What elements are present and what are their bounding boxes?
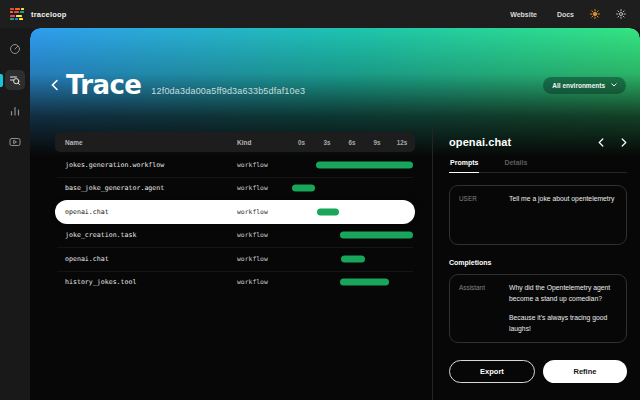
sidebar-nav	[0, 28, 30, 400]
video-icon	[9, 136, 21, 148]
timeline-ticks: 0s3s6s9s12s	[285, 132, 415, 152]
span-name: history_jokes.tool	[55, 278, 230, 286]
page-title: Trace	[66, 72, 141, 98]
bar-chart-icon	[9, 105, 21, 117]
sun-icon[interactable]	[590, 9, 600, 19]
trace-header: Trace 12f0da3da00a5ff9d3a633b5dfaf10e3 A…	[51, 72, 626, 98]
completion-paragraph: Why did the Opentelemetry agent become a…	[509, 283, 617, 304]
tab-details[interactable]: Details	[503, 159, 528, 172]
chevron-left-icon	[51, 79, 59, 91]
message-role: USER	[459, 194, 509, 236]
span-kind-badge: workflow	[230, 278, 285, 286]
span-duration-bar	[340, 232, 413, 239]
traceloop-logo-icon	[10, 8, 24, 21]
sidebar-item-demo[interactable]	[5, 132, 25, 152]
environment-selector[interactable]: All environments	[543, 77, 626, 94]
back-button[interactable]	[51, 79, 59, 91]
trace-id: 12f0da3da00a5ff9d3a633b5dfaf10e3	[151, 86, 305, 96]
span-row[interactable]: base_joke_generator.agentworkflow	[55, 177, 415, 201]
span-duration-bar	[341, 255, 365, 262]
panel-footer: Export Refine	[449, 360, 627, 383]
prev-span-button[interactable]	[598, 138, 604, 147]
time-tick: 12s	[397, 139, 408, 146]
message-role: Assistant	[459, 283, 509, 334]
chevron-down-icon	[611, 83, 617, 87]
time-tick: 9s	[374, 139, 381, 146]
span-kind-badge: workflow	[230, 184, 285, 192]
span-name: openai.chat	[55, 255, 230, 263]
completion-message: Assistant Why did the Opentelemetry agen…	[449, 274, 627, 343]
message-text: Why did the Opentelemetry agent become a…	[509, 283, 617, 334]
span-row[interactable]: openai.chatworkflow	[55, 247, 415, 271]
sidebar-item-traces[interactable]	[5, 70, 25, 90]
main-content: Trace 12f0da3da00a5ff9d3a633b5dfaf10e3 A…	[30, 28, 640, 400]
span-duration-bar	[316, 161, 413, 168]
span-row[interactable]: openai.chatworkflow	[55, 200, 415, 224]
panel-tabs: Prompts Details	[449, 159, 627, 173]
website-link[interactable]: Website	[510, 11, 537, 18]
completion-paragraph: Because it's always tracing good laughs!	[509, 313, 617, 334]
span-timeline-cell	[285, 224, 415, 248]
gear-icon[interactable]	[616, 9, 626, 19]
panel-title-row: openai.chat	[449, 136, 627, 148]
sidebar-item-dashboard[interactable]	[5, 39, 25, 59]
chevron-left-icon	[598, 138, 604, 147]
span-name: jokes.generation.workflow	[55, 161, 230, 169]
trace-search-icon	[9, 74, 21, 86]
tab-prompts[interactable]: Prompts	[449, 159, 479, 173]
span-name: openai.chat	[55, 208, 230, 216]
span-row[interactable]: joke_creation.taskworkflow	[55, 224, 415, 248]
span-row[interactable]: history_jokes.toolworkflow	[55, 271, 415, 295]
span-duration-bar	[317, 208, 339, 215]
time-tick: 0s	[298, 139, 305, 146]
sidebar-item-metrics[interactable]	[5, 101, 25, 121]
span-kind-badge: workflow	[230, 255, 285, 263]
next-span-button[interactable]	[621, 138, 627, 147]
span-name: joke_creation.task	[55, 231, 230, 239]
span-table-body: jokes.generation.workflowworkflowbase_jo…	[55, 153, 415, 294]
panel-nav-arrows	[598, 138, 627, 147]
span-timeline-cell	[285, 200, 415, 224]
column-header-kind: Kind	[230, 139, 285, 146]
span-timeline-cell	[285, 153, 415, 177]
brand-name: traceloop	[31, 10, 67, 19]
panel-title: openai.chat	[449, 136, 511, 148]
span-timeline-cell	[285, 271, 415, 295]
span-timeline-cell	[285, 247, 415, 271]
span-kind-badge: workflow	[230, 161, 285, 169]
environment-selector-label: All environments	[552, 82, 605, 89]
span-name: base_joke_generator.agent	[55, 184, 230, 192]
span-detail-panel: openai.chat Prompts Details USER Tell me…	[432, 126, 640, 400]
span-row[interactable]: jokes.generation.workflowworkflow	[55, 153, 415, 177]
span-timeline-cell	[285, 177, 415, 201]
message-text: Tell me a joke about opentelemetry	[509, 194, 617, 236]
span-kind-badge: workflow	[230, 208, 285, 216]
time-tick: 6s	[348, 139, 355, 146]
top-bar: traceloop Website Docs	[0, 0, 640, 28]
docs-link[interactable]: Docs	[557, 11, 574, 18]
span-table-header: Name Kind 0s3s6s9s12s	[55, 132, 415, 152]
span-kind-badge: workflow	[230, 231, 285, 239]
time-tick: 3s	[323, 139, 330, 146]
completions-heading: Completions	[449, 259, 627, 266]
export-button[interactable]: Export	[449, 360, 535, 383]
app-window: traceloop Website Docs	[0, 0, 640, 400]
prompt-message: USER Tell me a joke about opentelemetry	[449, 185, 627, 245]
refine-button[interactable]: Refine	[543, 360, 627, 383]
span-duration-bar	[292, 185, 315, 192]
span-table: Name Kind 0s3s6s9s12s jokes.generation.w…	[55, 132, 415, 294]
gauge-icon	[9, 43, 21, 55]
column-header-name: Name	[55, 139, 230, 146]
span-duration-bar	[340, 279, 389, 286]
chevron-right-icon	[621, 138, 627, 147]
